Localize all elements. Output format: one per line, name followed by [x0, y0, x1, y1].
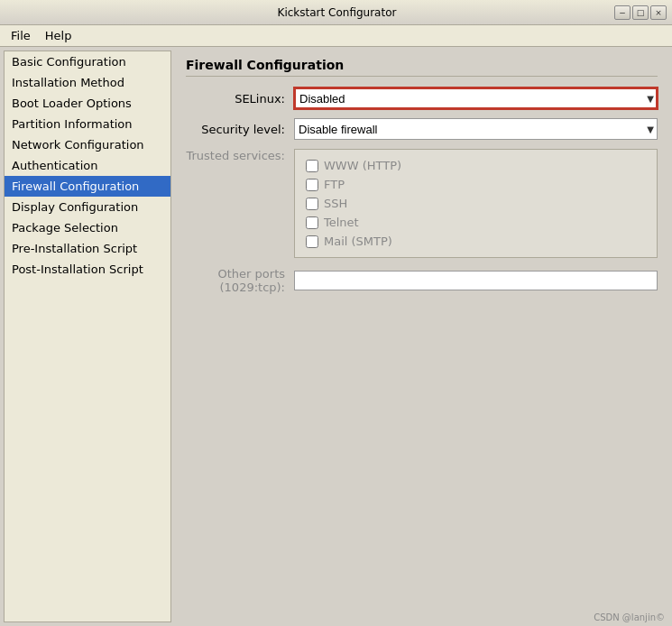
service-telnet-checkbox[interactable]	[306, 216, 318, 229]
service-telnet-label: Telnet	[324, 216, 359, 229]
selinux-select[interactable]: Disabled Permissive Enforcing	[294, 87, 658, 109]
trusted-services-label: Trusted services:	[186, 149, 294, 162]
service-ssh-row: SSH	[306, 197, 646, 210]
menu-item-file[interactable]: File	[4, 27, 38, 44]
sidebar-item-authentication[interactable]: Authentication	[5, 155, 170, 176]
service-ftp-checkbox[interactable]	[306, 179, 318, 191]
sidebar-item-boot-loader-options[interactable]: Boot Loader Options	[5, 93, 170, 114]
trusted-services-panel: WWW (HTTP) FTP SSH Telnet Mail (SMTP)	[294, 149, 658, 258]
selinux-label: SELinux:	[186, 92, 294, 106]
menu-item-help[interactable]: Help	[38, 27, 79, 44]
security-level-row: Security level: Disable firewall Enable …	[186, 118, 658, 140]
close-button[interactable]: ×	[650, 5, 667, 20]
window-controls: − □ ×	[614, 5, 667, 20]
service-ssh-label: SSH	[324, 197, 347, 210]
service-mail-checkbox[interactable]	[306, 235, 318, 248]
selinux-row: SELinux: Disabled Permissive Enforcing ▼	[186, 87, 658, 109]
sidebar-item-firewall-configuration[interactable]: Firewall Configuration	[5, 176, 170, 197]
service-mail-row: Mail (SMTP)	[306, 235, 646, 248]
other-ports-row: Other ports (1029:tcp):	[186, 267, 658, 294]
service-www-label: WWW (HTTP)	[324, 159, 401, 172]
sidebar-item-pre-installation-script[interactable]: Pre-Installation Script	[5, 238, 170, 259]
security-level-label: Security level:	[186, 123, 294, 136]
trusted-services-row: Trusted services: WWW (HTTP) FTP SSH Tel…	[186, 149, 658, 258]
watermark: CSDN @lanjin©	[594, 612, 665, 622]
sidebar-item-basic-configuration[interactable]: Basic Configuration	[5, 51, 170, 72]
sidebar-item-network-configuration[interactable]: Network Configuration	[5, 134, 170, 155]
window-title: Kickstart Configurator	[60, 6, 614, 19]
section-title: Firewall Configuration	[186, 58, 658, 77]
security-level-dropdown-wrapper: Disable firewall Enable firewall ▼	[294, 118, 658, 140]
restore-button[interactable]: □	[632, 5, 649, 20]
security-level-select[interactable]: Disable firewall Enable firewall	[294, 118, 658, 140]
sidebar-item-package-selection[interactable]: Package Selection	[5, 217, 170, 238]
service-ftp-row: FTP	[306, 178, 646, 191]
content-area: Firewall Configuration SELinux: Disabled…	[175, 51, 668, 622]
main-container: Basic Configuration Installation Method …	[0, 47, 672, 626]
service-www-row: WWW (HTTP)	[306, 159, 646, 172]
sidebar-item-display-configuration[interactable]: Display Configuration	[5, 197, 170, 217]
security-level-control: Disable firewall Enable firewall ▼	[294, 118, 658, 140]
other-ports-label: Other ports (1029:tcp):	[186, 267, 294, 294]
minimize-button[interactable]: −	[614, 5, 631, 20]
service-www-checkbox[interactable]	[306, 160, 318, 172]
title-bar: Kickstart Configurator − □ ×	[0, 0, 672, 25]
sidebar-item-partition-information[interactable]: Partition Information	[5, 114, 170, 134]
sidebar-item-installation-method[interactable]: Installation Method	[5, 72, 170, 93]
service-telnet-row: Telnet	[306, 216, 646, 229]
service-ftp-label: FTP	[324, 178, 345, 191]
service-ssh-checkbox[interactable]	[306, 198, 318, 210]
other-ports-input[interactable]	[294, 271, 658, 290]
service-mail-label: Mail (SMTP)	[324, 235, 392, 248]
selinux-control: Disabled Permissive Enforcing ▼	[294, 87, 658, 109]
sidebar: Basic Configuration Installation Method …	[4, 51, 171, 622]
selinux-dropdown-wrapper: Disabled Permissive Enforcing ▼	[294, 87, 658, 109]
menu-bar: File Help	[0, 25, 672, 47]
sidebar-item-post-installation-script[interactable]: Post-Installation Script	[5, 259, 170, 280]
